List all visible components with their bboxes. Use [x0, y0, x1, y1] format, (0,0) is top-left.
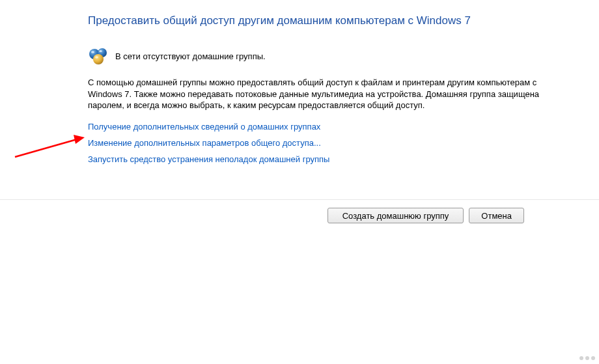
svg-line-6 — [15, 139, 77, 157]
homegroup-network-icon — [88, 46, 109, 66]
link-list: Получение дополнительных сведений о дома… — [88, 122, 563, 164]
svg-point-3 — [91, 51, 94, 53]
create-homegroup-button[interactable]: Создать домашнюю группу — [327, 208, 464, 223]
svg-marker-7 — [74, 135, 85, 144]
link-troubleshoot-homegroup[interactable]: Запустить средство устранения неполадок … — [88, 154, 329, 164]
main-content: Предоставить общий доступ другим домашни… — [88, 14, 563, 164]
description-text: С помощью домашней группы можно предоста… — [88, 77, 560, 111]
button-row: Создать домашнюю группу Отмена — [0, 199, 599, 223]
link-change-sharing-settings[interactable]: Изменение дополнительных параметров обще… — [88, 138, 321, 148]
svg-point-5 — [95, 56, 98, 59]
annotation-arrow — [12, 128, 87, 160]
link-more-info[interactable]: Получение дополнительных сведений о дома… — [88, 122, 320, 132]
status-text: В сети отсутствуют домашние группы. — [115, 51, 266, 61]
svg-point-4 — [99, 50, 102, 52]
status-row: В сети отсутствуют домашние группы. — [88, 46, 563, 66]
page-title: Предоставить общий доступ другим домашни… — [88, 14, 563, 27]
ellipsis-indicator — [579, 356, 595, 360]
svg-point-2 — [93, 54, 104, 64]
cancel-button[interactable]: Отмена — [469, 208, 524, 223]
